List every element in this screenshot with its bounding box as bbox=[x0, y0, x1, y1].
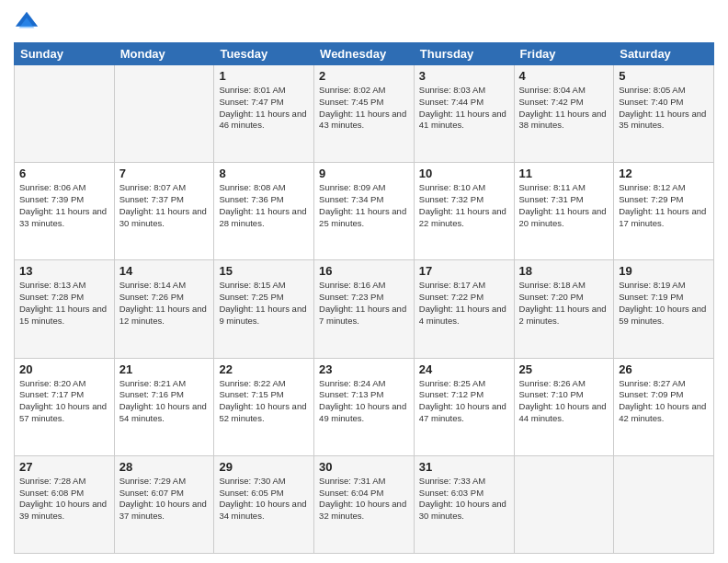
day-number: 29 bbox=[219, 460, 309, 474]
day-info: Sunrise: 8:17 AM Sunset: 7:22 PM Dayligh… bbox=[419, 280, 509, 327]
calendar-cell: 9Sunrise: 8:09 AM Sunset: 7:34 PM Daylig… bbox=[314, 163, 415, 260]
day-number: 25 bbox=[519, 362, 609, 376]
day-number: 2 bbox=[319, 69, 409, 83]
day-info: Sunrise: 8:06 AM Sunset: 7:39 PM Dayligh… bbox=[19, 182, 109, 229]
day-info: Sunrise: 8:02 AM Sunset: 7:45 PM Dayligh… bbox=[319, 85, 409, 132]
day-info: Sunrise: 8:22 AM Sunset: 7:15 PM Dayligh… bbox=[219, 378, 309, 425]
day-info: Sunrise: 8:05 AM Sunset: 7:40 PM Dayligh… bbox=[619, 85, 709, 132]
calendar-cell: 31Sunrise: 7:33 AM Sunset: 6:03 PM Dayli… bbox=[414, 455, 514, 553]
day-number: 10 bbox=[419, 167, 509, 180]
day-info: Sunrise: 8:08 AM Sunset: 7:36 PM Dayligh… bbox=[219, 182, 309, 229]
day-info: Sunrise: 7:30 AM Sunset: 6:05 PM Dayligh… bbox=[219, 476, 309, 523]
calendar-cell: 19Sunrise: 8:19 AM Sunset: 7:19 PM Dayli… bbox=[614, 260, 714, 358]
logo-icon bbox=[14, 9, 40, 35]
calendar-cell: 22Sunrise: 8:22 AM Sunset: 7:15 PM Dayli… bbox=[214, 358, 314, 455]
calendar-cell bbox=[114, 65, 214, 163]
calendar-header-wednesday: Wednesday bbox=[314, 43, 415, 65]
calendar-header-row: SundayMondayTuesdayWednesdayThursdayFrid… bbox=[15, 43, 714, 65]
day-info: Sunrise: 7:31 AM Sunset: 6:04 PM Dayligh… bbox=[319, 476, 409, 523]
day-info: Sunrise: 8:01 AM Sunset: 7:47 PM Dayligh… bbox=[219, 85, 309, 132]
calendar-header-monday: Monday bbox=[114, 43, 214, 65]
calendar-week-5: 27Sunrise: 7:28 AM Sunset: 6:08 PM Dayli… bbox=[15, 455, 714, 553]
day-number: 7 bbox=[119, 167, 210, 180]
calendar-cell: 10Sunrise: 8:10 AM Sunset: 7:32 PM Dayli… bbox=[414, 163, 514, 260]
day-number: 4 bbox=[519, 69, 609, 83]
day-number: 16 bbox=[319, 264, 409, 278]
calendar-cell: 7Sunrise: 8:07 AM Sunset: 7:37 PM Daylig… bbox=[114, 163, 214, 260]
day-info: Sunrise: 7:28 AM Sunset: 6:08 PM Dayligh… bbox=[19, 476, 109, 523]
day-number: 31 bbox=[419, 460, 509, 474]
day-info: Sunrise: 8:24 AM Sunset: 7:13 PM Dayligh… bbox=[319, 378, 409, 425]
day-info: Sunrise: 8:26 AM Sunset: 7:10 PM Dayligh… bbox=[519, 378, 609, 425]
day-number: 18 bbox=[519, 264, 609, 278]
day-number: 28 bbox=[119, 460, 210, 474]
day-number: 17 bbox=[419, 264, 509, 278]
day-info: Sunrise: 8:15 AM Sunset: 7:25 PM Dayligh… bbox=[219, 280, 309, 327]
calendar-cell: 24Sunrise: 8:25 AM Sunset: 7:12 PM Dayli… bbox=[414, 358, 514, 455]
calendar-cell: 12Sunrise: 8:12 AM Sunset: 7:29 PM Dayli… bbox=[614, 163, 714, 260]
day-number: 5 bbox=[619, 69, 709, 83]
calendar-header-tuesday: Tuesday bbox=[214, 43, 314, 65]
day-number: 20 bbox=[19, 362, 109, 376]
calendar-cell: 5Sunrise: 8:05 AM Sunset: 7:40 PM Daylig… bbox=[614, 65, 714, 163]
calendar-cell: 1Sunrise: 8:01 AM Sunset: 7:47 PM Daylig… bbox=[214, 65, 314, 163]
day-number: 11 bbox=[519, 167, 609, 180]
calendar-week-1: 1Sunrise: 8:01 AM Sunset: 7:47 PM Daylig… bbox=[15, 65, 714, 163]
calendar-week-3: 13Sunrise: 8:13 AM Sunset: 7:28 PM Dayli… bbox=[15, 260, 714, 358]
day-info: Sunrise: 8:11 AM Sunset: 7:31 PM Dayligh… bbox=[519, 182, 609, 229]
day-info: Sunrise: 8:10 AM Sunset: 7:32 PM Dayligh… bbox=[419, 182, 509, 229]
calendar-cell: 3Sunrise: 8:03 AM Sunset: 7:44 PM Daylig… bbox=[414, 65, 514, 163]
calendar-cell: 20Sunrise: 8:20 AM Sunset: 7:17 PM Dayli… bbox=[15, 358, 115, 455]
calendar-header-sunday: Sunday bbox=[15, 43, 115, 65]
day-number: 26 bbox=[619, 362, 709, 376]
calendar-cell bbox=[614, 455, 714, 553]
day-number: 8 bbox=[219, 167, 309, 180]
calendar-cell: 26Sunrise: 8:27 AM Sunset: 7:09 PM Dayli… bbox=[614, 358, 714, 455]
page: SundayMondayTuesdayWednesdayThursdayFrid… bbox=[0, 0, 728, 563]
header bbox=[14, 9, 714, 35]
calendar-cell: 11Sunrise: 8:11 AM Sunset: 7:31 PM Dayli… bbox=[514, 163, 614, 260]
calendar-cell: 18Sunrise: 8:18 AM Sunset: 7:20 PM Dayli… bbox=[514, 260, 614, 358]
calendar-header-thursday: Thursday bbox=[414, 43, 514, 65]
calendar-table: SundayMondayTuesdayWednesdayThursdayFrid… bbox=[14, 42, 714, 554]
day-info: Sunrise: 8:09 AM Sunset: 7:34 PM Dayligh… bbox=[319, 182, 409, 229]
calendar-cell bbox=[15, 65, 115, 163]
day-info: Sunrise: 8:25 AM Sunset: 7:12 PM Dayligh… bbox=[419, 378, 509, 425]
day-info: Sunrise: 8:14 AM Sunset: 7:26 PM Dayligh… bbox=[119, 280, 210, 327]
calendar-cell: 16Sunrise: 8:16 AM Sunset: 7:23 PM Dayli… bbox=[314, 260, 415, 358]
day-number: 6 bbox=[19, 167, 109, 180]
calendar-cell: 29Sunrise: 7:30 AM Sunset: 6:05 PM Dayli… bbox=[214, 455, 314, 553]
calendar-week-4: 20Sunrise: 8:20 AM Sunset: 7:17 PM Dayli… bbox=[15, 358, 714, 455]
day-info: Sunrise: 8:21 AM Sunset: 7:16 PM Dayligh… bbox=[119, 378, 210, 425]
day-number: 14 bbox=[119, 264, 210, 278]
day-info: Sunrise: 8:13 AM Sunset: 7:28 PM Dayligh… bbox=[19, 280, 109, 327]
day-number: 23 bbox=[319, 362, 409, 376]
day-number: 15 bbox=[219, 264, 309, 278]
day-info: Sunrise: 8:20 AM Sunset: 7:17 PM Dayligh… bbox=[19, 378, 109, 425]
calendar-cell: 17Sunrise: 8:17 AM Sunset: 7:22 PM Dayli… bbox=[414, 260, 514, 358]
calendar-cell: 14Sunrise: 8:14 AM Sunset: 7:26 PM Dayli… bbox=[114, 260, 214, 358]
calendar-cell bbox=[514, 455, 614, 553]
day-number: 21 bbox=[119, 362, 210, 376]
day-number: 22 bbox=[219, 362, 309, 376]
day-info: Sunrise: 8:12 AM Sunset: 7:29 PM Dayligh… bbox=[619, 182, 709, 229]
calendar-cell: 25Sunrise: 8:26 AM Sunset: 7:10 PM Dayli… bbox=[514, 358, 614, 455]
day-info: Sunrise: 8:04 AM Sunset: 7:42 PM Dayligh… bbox=[519, 85, 609, 132]
calendar-cell: 4Sunrise: 8:04 AM Sunset: 7:42 PM Daylig… bbox=[514, 65, 614, 163]
day-number: 27 bbox=[19, 460, 109, 474]
calendar-cell: 6Sunrise: 8:06 AM Sunset: 7:39 PM Daylig… bbox=[15, 163, 115, 260]
calendar-header-friday: Friday bbox=[514, 43, 614, 65]
day-number: 12 bbox=[619, 167, 709, 180]
calendar-cell: 8Sunrise: 8:08 AM Sunset: 7:36 PM Daylig… bbox=[214, 163, 314, 260]
day-info: Sunrise: 8:03 AM Sunset: 7:44 PM Dayligh… bbox=[419, 85, 509, 132]
day-info: Sunrise: 8:27 AM Sunset: 7:09 PM Dayligh… bbox=[619, 378, 709, 425]
calendar-cell: 13Sunrise: 8:13 AM Sunset: 7:28 PM Dayli… bbox=[15, 260, 115, 358]
day-number: 9 bbox=[319, 167, 409, 180]
day-number: 30 bbox=[319, 460, 409, 474]
calendar-cell: 23Sunrise: 8:24 AM Sunset: 7:13 PM Dayli… bbox=[314, 358, 415, 455]
day-info: Sunrise: 8:16 AM Sunset: 7:23 PM Dayligh… bbox=[319, 280, 409, 327]
day-number: 24 bbox=[419, 362, 509, 376]
day-info: Sunrise: 7:33 AM Sunset: 6:03 PM Dayligh… bbox=[419, 476, 509, 523]
calendar-cell: 21Sunrise: 8:21 AM Sunset: 7:16 PM Dayli… bbox=[114, 358, 214, 455]
day-info: Sunrise: 8:19 AM Sunset: 7:19 PM Dayligh… bbox=[619, 280, 709, 327]
